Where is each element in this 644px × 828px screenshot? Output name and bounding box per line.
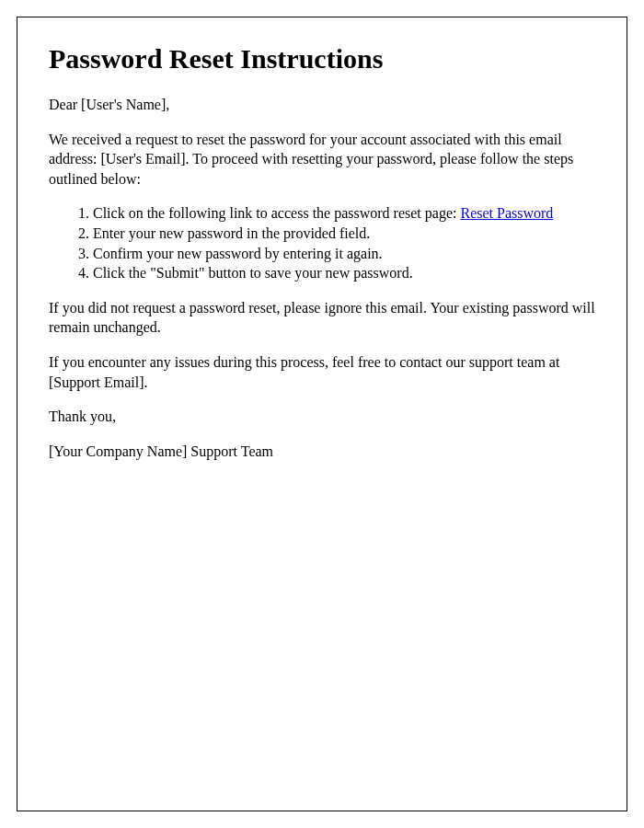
support-note: If you encounter any issues during this … (49, 352, 595, 392)
step-item-3: Confirm your new password by entering it… (93, 244, 595, 264)
thank-you-text: Thank you, (49, 407, 595, 427)
step-item-4: Click the "Submit" button to save your n… (93, 263, 595, 283)
signature-text: [Your Company Name] Support Team (49, 442, 595, 462)
document-container: Password Reset Instructions Dear [User's… (17, 17, 627, 811)
greeting-text: Dear [User's Name], (49, 95, 595, 115)
intro-paragraph: We received a request to reset the passw… (49, 130, 595, 190)
step-1-prefix: Click on the following link to access th… (93, 205, 460, 221)
ignore-note: If you did not request a password reset,… (49, 298, 595, 338)
step-item-1: Click on the following link to access th… (93, 203, 595, 224)
step-item-2: Enter your new password in the provided … (93, 224, 595, 244)
steps-list: Click on the following link to access th… (93, 203, 595, 282)
page-title: Password Reset Instructions (49, 43, 595, 75)
reset-password-link[interactable]: Reset Password (460, 205, 553, 221)
